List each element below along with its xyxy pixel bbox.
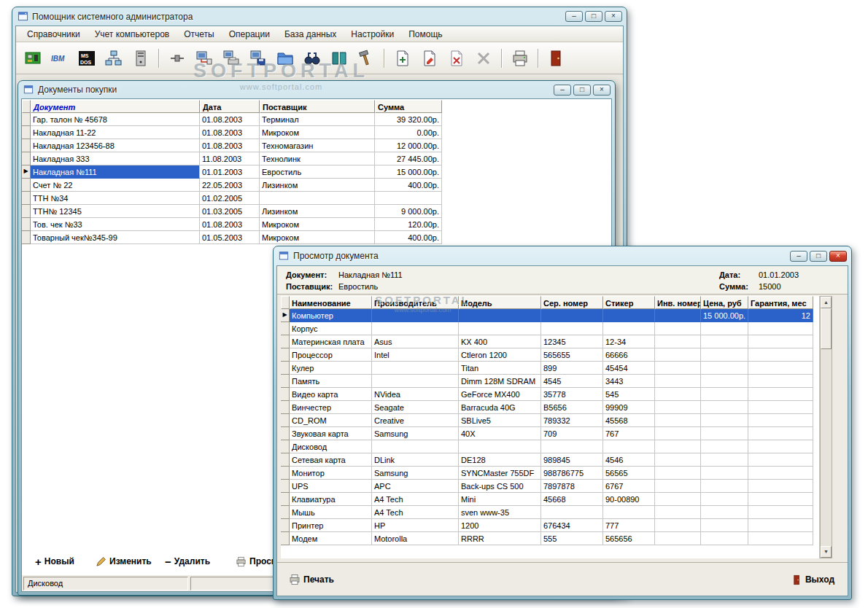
cell[interactable] bbox=[748, 388, 813, 401]
binoculars-toolbar-button[interactable] bbox=[301, 47, 323, 69]
cell[interactable]: 400.00р. bbox=[375, 231, 442, 244]
cell[interactable] bbox=[748, 532, 813, 545]
cell[interactable]: 565656 bbox=[603, 532, 655, 545]
cell[interactable]: Dimm 128M SDRAM bbox=[459, 375, 541, 388]
table-row[interactable]: Товарный чек№345-9901.05.2003Микроком400… bbox=[22, 231, 442, 244]
cell[interactable] bbox=[701, 519, 748, 532]
column-header[interactable]: Инв. номер bbox=[655, 296, 701, 309]
cell[interactable]: CD_ROM bbox=[290, 414, 372, 427]
cell[interactable] bbox=[701, 440, 748, 453]
table-row[interactable]: Гар. талон № 4567801.08.2003Терминал39 3… bbox=[22, 113, 442, 126]
cell[interactable]: 120.00р. bbox=[375, 218, 442, 231]
cell[interactable]: Samsung bbox=[372, 427, 459, 440]
cell[interactable] bbox=[748, 401, 813, 414]
cell[interactable]: 56565 bbox=[603, 467, 655, 480]
monitor-disk-toolbar-button[interactable] bbox=[247, 47, 269, 69]
cell[interactable]: Дисковод bbox=[290, 440, 372, 453]
column-header[interactable]: Сер. номер bbox=[541, 296, 603, 309]
cell[interactable] bbox=[655, 532, 701, 545]
cell[interactable]: 9 000.00р. bbox=[375, 205, 442, 218]
cell[interactable]: 01.03.2005 bbox=[200, 205, 260, 218]
column-header[interactable]: Модель bbox=[459, 296, 541, 309]
new-button[interactable]: + Новый bbox=[35, 553, 74, 569]
cell[interactable]: Память bbox=[290, 375, 372, 388]
cell[interactable]: 988786775 bbox=[541, 467, 603, 480]
cell[interactable]: Barracuda 40G bbox=[459, 401, 541, 414]
cell[interactable]: Накладная 11-22 bbox=[31, 126, 200, 139]
monitor-printer-toolbar-button[interactable] bbox=[220, 47, 242, 69]
cell[interactable] bbox=[655, 375, 701, 388]
cell[interactable] bbox=[655, 309, 701, 322]
cell[interactable]: Asus bbox=[372, 335, 459, 348]
cell[interactable]: 40X bbox=[459, 427, 541, 440]
hammer-toolbar-button[interactable] bbox=[355, 47, 377, 69]
cell[interactable] bbox=[655, 467, 701, 480]
scroll-down-button[interactable]: ▼ bbox=[821, 546, 832, 558]
cell[interactable]: 400.00р. bbox=[375, 179, 442, 192]
table-row[interactable]: UPSAPCBack-ups CS 50078978786767 bbox=[281, 480, 819, 493]
column-header[interactable]: Поставщик bbox=[260, 100, 375, 113]
menu-item-6[interactable]: Помощь bbox=[402, 28, 449, 41]
table-row[interactable]: МониторSamsungSYNCMaster 755DF9887867755… bbox=[281, 467, 819, 480]
cell[interactable]: Звуковая карта bbox=[290, 427, 372, 440]
table-row[interactable]: Дисковод bbox=[281, 440, 819, 453]
cell[interactable] bbox=[701, 493, 748, 506]
cell[interactable] bbox=[701, 467, 748, 480]
cell[interactable] bbox=[748, 375, 813, 388]
table-row[interactable]: Корпус bbox=[281, 322, 819, 335]
menu-item-3[interactable]: Операции bbox=[222, 28, 276, 41]
edit-button[interactable]: Изменить bbox=[96, 553, 152, 569]
cell[interactable] bbox=[701, 335, 748, 348]
cell[interactable]: Back-ups CS 500 bbox=[459, 480, 541, 493]
cell[interactable]: Лизинком bbox=[260, 179, 375, 192]
cell[interactable]: APC bbox=[372, 480, 459, 493]
cell[interactable] bbox=[655, 388, 701, 401]
table-row[interactable]: Сетевая картаDLinkDE1289898454546 bbox=[281, 453, 819, 467]
cell[interactable] bbox=[541, 506, 603, 519]
cell[interactable] bbox=[701, 480, 748, 493]
cell[interactable] bbox=[375, 192, 442, 205]
ibm-toolbar-button[interactable]: IBM bbox=[49, 47, 71, 69]
cell[interactable]: Мышь bbox=[290, 506, 372, 519]
cell[interactable]: 45454 bbox=[603, 362, 655, 375]
cell[interactable] bbox=[541, 322, 603, 335]
cell[interactable]: 39 320.00р. bbox=[375, 113, 442, 126]
cell[interactable]: 7897878 bbox=[541, 480, 603, 493]
cell[interactable]: A4 Tech bbox=[372, 506, 459, 519]
cell[interactable] bbox=[701, 362, 748, 375]
table-row[interactable]: Накладная 123456-8801.08.2003Техномагази… bbox=[22, 139, 442, 152]
cell[interactable]: Накладная 333 bbox=[31, 152, 200, 165]
maximize-button[interactable]: □ bbox=[585, 11, 602, 22]
cell[interactable] bbox=[748, 440, 813, 453]
cell[interactable]: 01.05.2003 bbox=[200, 231, 260, 244]
cell[interactable]: Корпус bbox=[290, 322, 372, 335]
cell[interactable] bbox=[748, 348, 813, 362]
cell[interactable]: Микроком bbox=[260, 126, 375, 139]
cell[interactable]: NVidea bbox=[372, 388, 459, 401]
cell[interactable] bbox=[372, 375, 459, 388]
cell[interactable]: 4545 bbox=[541, 375, 603, 388]
cell[interactable]: Лизинком bbox=[260, 205, 375, 218]
exit-door-toolbar-button[interactable] bbox=[546, 47, 567, 69]
cell[interactable]: Motorolla bbox=[372, 532, 459, 545]
cell[interactable] bbox=[748, 362, 813, 375]
maximize-button[interactable]: □ bbox=[810, 251, 827, 262]
maximize-button[interactable]: □ bbox=[573, 85, 591, 96]
cell[interactable]: ТТН№ 12345 bbox=[31, 205, 200, 218]
cell[interactable]: Клавиатура bbox=[290, 493, 372, 506]
cell[interactable]: Кулер bbox=[290, 362, 372, 375]
table-row[interactable]: ПамятьDimm 128M SDRAM45453443 bbox=[281, 375, 819, 388]
cell[interactable]: B5656 bbox=[541, 401, 603, 414]
cell[interactable]: Принтер bbox=[290, 519, 372, 532]
cell[interactable]: 11.08.2003 bbox=[200, 152, 260, 165]
cell[interactable]: 777 bbox=[603, 519, 655, 532]
cell[interactable]: Микроком bbox=[260, 231, 375, 244]
doc-add-toolbar-button[interactable] bbox=[392, 47, 414, 69]
cell[interactable] bbox=[459, 322, 541, 335]
cell[interactable]: Видео карта bbox=[290, 388, 372, 401]
column-header[interactable]: Дата bbox=[200, 100, 260, 113]
cell[interactable]: A4 Tech bbox=[372, 493, 459, 506]
cell[interactable]: Creative bbox=[372, 414, 459, 427]
cell[interactable]: 789332 bbox=[541, 414, 603, 427]
cell[interactable]: 3443 bbox=[603, 375, 655, 388]
